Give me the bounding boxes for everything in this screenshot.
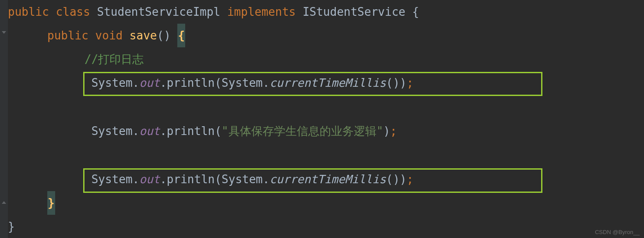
static-method: currentTimeMillis xyxy=(270,167,386,191)
paren: ( xyxy=(215,167,222,191)
code-line: } xyxy=(8,191,644,215)
code-line: System.out.println("具体保存学生信息的业务逻辑"); xyxy=(8,119,644,143)
identifier: System xyxy=(91,167,133,191)
brace: { xyxy=(412,0,419,24)
method-call: println xyxy=(167,167,215,191)
code-line: System.out.println(System.currentTimeMil… xyxy=(8,167,644,191)
semicolon: ; xyxy=(407,71,414,95)
dot: . xyxy=(263,71,270,95)
dot: . xyxy=(133,167,140,191)
field: out xyxy=(139,167,160,191)
editor-gutter xyxy=(0,0,8,238)
paren: ( xyxy=(215,71,222,95)
field: out xyxy=(139,71,160,95)
dot: . xyxy=(133,119,140,143)
keyword: public xyxy=(8,0,49,24)
watermark: CSDN @Byron__ xyxy=(595,229,640,235)
parens: () xyxy=(386,71,400,95)
interface-name: IStudentService xyxy=(303,0,405,24)
method-call: println xyxy=(167,71,215,95)
paren: ) xyxy=(400,71,407,95)
keyword: void xyxy=(95,24,123,47)
code-line: public void save() { xyxy=(8,24,644,47)
static-method: currentTimeMillis xyxy=(270,71,386,95)
semicolon: ; xyxy=(390,119,397,143)
identifier: System xyxy=(91,71,133,95)
string-literal: "具体保存学生信息的业务逻辑" xyxy=(222,119,383,143)
paren: ) xyxy=(400,167,407,191)
code-line-empty xyxy=(8,143,644,167)
brace-highlighted: { xyxy=(177,24,185,47)
method-call: println xyxy=(167,119,215,143)
identifier: System xyxy=(222,71,263,95)
code-line: public class StudentServiceImpl implemen… xyxy=(8,0,644,24)
dot: . xyxy=(160,167,167,191)
dot: . xyxy=(160,71,167,95)
keyword: class xyxy=(56,0,90,24)
keyword: public xyxy=(47,24,88,47)
brace-highlighted: } xyxy=(47,191,55,215)
code-line: System.out.println(System.currentTimeMil… xyxy=(8,71,644,95)
dot: . xyxy=(133,71,140,95)
method-name: save xyxy=(130,24,157,47)
semicolon: ; xyxy=(407,167,414,191)
code-line-empty xyxy=(8,95,644,119)
identifier: System xyxy=(222,167,263,191)
field: out xyxy=(139,119,160,143)
code-line: //打印日志 xyxy=(8,47,644,71)
paren: ( xyxy=(215,119,222,143)
keyword: implements xyxy=(227,0,296,24)
class-name: StudentServiceImpl xyxy=(97,0,221,24)
parens: () xyxy=(386,167,400,191)
brace: } xyxy=(8,215,15,238)
parens: () xyxy=(157,24,170,47)
identifier: System xyxy=(91,119,133,143)
comment: //打印日志 xyxy=(84,47,144,71)
dot: . xyxy=(160,119,167,143)
code-editor[interactable]: public class StudentServiceImpl implemen… xyxy=(0,0,644,238)
gutter-fold-icon[interactable] xyxy=(0,200,8,205)
gutter-fold-icon[interactable] xyxy=(0,30,8,35)
paren: ) xyxy=(383,119,390,143)
code-line: } xyxy=(8,215,644,238)
dot: . xyxy=(263,167,270,191)
